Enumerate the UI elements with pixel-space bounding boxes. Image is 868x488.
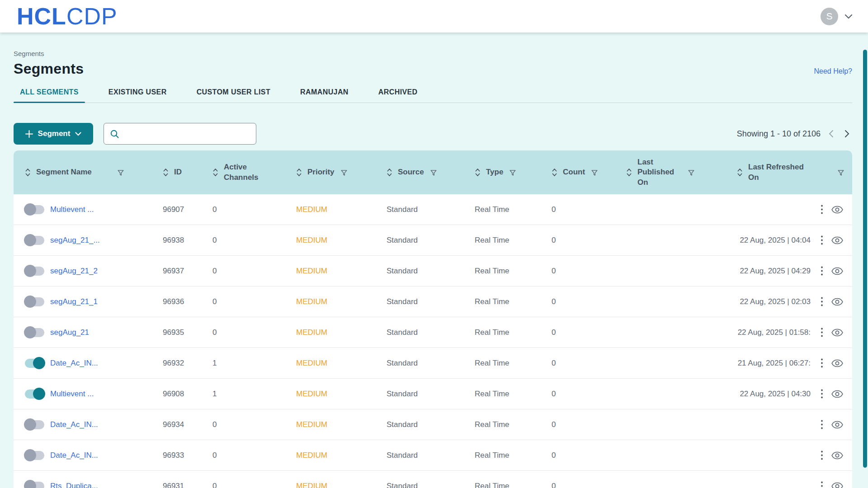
sort-icon[interactable]	[552, 167, 557, 178]
count: 0	[545, 286, 619, 317]
tab-all-segments[interactable]: ALL SEGMENTS	[14, 88, 85, 103]
toolbar: Segment Showing 1 - 10 of 2106	[14, 123, 852, 145]
segment-toggle[interactable]	[25, 359, 44, 368]
tab-bar: ALL SEGMENTSEXISTING USERCUSTOM USER LIS…	[14, 88, 852, 103]
table-row: Multievent ...969070MEDIUMStandardReal T…	[14, 194, 852, 225]
kebab-menu-icon[interactable]	[821, 450, 823, 460]
priority: MEDIUM	[289, 256, 380, 286]
breadcrumb[interactable]: Segments	[14, 50, 852, 57]
table-header-row: Segment NameIDActive ChannelsPrioritySou…	[14, 150, 852, 194]
row-actions	[811, 440, 852, 470]
type: Real Time	[468, 225, 545, 255]
search-input[interactable]	[123, 123, 250, 144]
segment-toggle[interactable]	[25, 482, 44, 488]
filter-icon[interactable]	[590, 169, 599, 177]
segment-toggle[interactable]	[25, 389, 44, 399]
view-icon[interactable]	[831, 206, 843, 214]
count: 0	[545, 194, 619, 225]
kebab-menu-icon[interactable]	[821, 204, 823, 215]
view-icon[interactable]	[831, 236, 843, 244]
segment-toggle[interactable]	[25, 267, 44, 276]
segment-name-link[interactable]: segAug_21	[50, 328, 89, 337]
app-logo[interactable]: HCLCDP	[17, 5, 118, 28]
view-icon[interactable]	[831, 267, 843, 275]
filter-icon[interactable]	[429, 169, 438, 177]
sort-icon[interactable]	[626, 167, 632, 178]
column-header-channels: Active Channels	[206, 162, 289, 182]
segment-toggle[interactable]	[25, 236, 44, 245]
kebab-menu-icon[interactable]	[821, 481, 823, 488]
logo-secondary: CDP	[66, 3, 118, 29]
view-icon[interactable]	[831, 359, 843, 367]
sort-icon[interactable]	[296, 167, 302, 178]
kebab-menu-icon[interactable]	[821, 235, 823, 245]
type: Real Time	[468, 348, 545, 378]
row-actions	[811, 286, 852, 317]
filter-icon[interactable]	[117, 169, 125, 177]
segment-name-link[interactable]: Date_Ac_IN...	[50, 359, 98, 368]
priority: MEDIUM	[289, 317, 380, 347]
need-help-link[interactable]: Need Help?	[814, 67, 853, 77]
chevron-left-icon	[829, 130, 834, 138]
active-channels: 1	[206, 348, 289, 378]
kebab-menu-icon[interactable]	[821, 389, 823, 399]
segment-toggle[interactable]	[25, 328, 44, 337]
scrollbar[interactable]	[863, 50, 867, 468]
segment-name-link[interactable]: Multievent ...	[50, 389, 94, 399]
view-icon[interactable]	[831, 390, 843, 398]
filter-icon[interactable]	[340, 169, 348, 177]
avatar[interactable]: S	[821, 8, 838, 25]
kebab-menu-icon[interactable]	[821, 266, 823, 276]
last-refreshed-on	[730, 194, 811, 225]
sort-icon[interactable]	[737, 167, 743, 178]
column-label-name: Segment Name	[36, 167, 92, 177]
segment-name-link[interactable]: segAug_21_2	[50, 267, 98, 276]
view-icon[interactable]	[831, 451, 843, 460]
sort-icon[interactable]	[475, 167, 481, 178]
toggle-knob	[24, 480, 36, 488]
column-label-published: Last Published On	[637, 157, 682, 187]
next-page-button[interactable]	[842, 129, 852, 139]
chevron-down-icon[interactable]	[844, 14, 853, 19]
column-header-priority: Priority	[289, 167, 380, 178]
view-icon[interactable]	[831, 421, 843, 429]
sort-icon[interactable]	[25, 167, 31, 178]
tab-existing-user[interactable]: EXISTING USER	[102, 88, 173, 103]
column-label-id: ID	[174, 167, 182, 177]
user-menu[interactable]: S	[821, 8, 853, 25]
kebab-menu-icon[interactable]	[821, 419, 823, 430]
segment-name-cell: Date_Ac_IN...	[14, 440, 156, 470]
view-icon[interactable]	[831, 298, 843, 306]
segment-name-link[interactable]: segAug_21_...	[50, 236, 100, 245]
type: Real Time	[468, 286, 545, 317]
segment-toggle[interactable]	[25, 420, 44, 429]
tab-archived[interactable]: ARCHIVED	[372, 88, 424, 103]
kebab-menu-icon[interactable]	[821, 327, 823, 338]
segment-toggle[interactable]	[25, 205, 44, 214]
segment-name-link[interactable]: Multievent ...	[50, 205, 94, 214]
sort-icon[interactable]	[212, 167, 218, 178]
kebab-menu-icon[interactable]	[821, 358, 823, 368]
filter-icon[interactable]	[509, 169, 517, 177]
segment-name-link[interactable]: segAug_21_1	[50, 297, 98, 306]
tab-custom-user-list[interactable]: CUSTOM USER LIST	[190, 88, 277, 103]
filter-icon[interactable]	[837, 169, 845, 177]
segment-toggle[interactable]	[25, 451, 44, 460]
prev-page-button[interactable]	[826, 129, 836, 139]
sort-icon[interactable]	[163, 167, 169, 178]
view-icon[interactable]	[831, 328, 843, 337]
kebab-menu-icon[interactable]	[821, 296, 823, 307]
table-row: Rts_Duplica...969310MEDIUMStandardReal T…	[14, 471, 852, 488]
view-icon[interactable]	[831, 482, 843, 488]
segment-name-link[interactable]: Date_Ac_IN...	[50, 420, 98, 429]
segment-toggle[interactable]	[25, 297, 44, 306]
segment-name-link[interactable]: Date_Ac_IN...	[50, 451, 98, 460]
sort-icon[interactable]	[387, 167, 392, 178]
add-segment-button[interactable]: Segment	[14, 123, 93, 145]
table-row: segAug_21_2969370MEDIUMStandardReal Time…	[14, 256, 852, 286]
segment-name-link[interactable]: Rts_Duplica...	[50, 482, 98, 488]
filter-icon[interactable]	[687, 169, 695, 177]
tab-ramanujan[interactable]: RAMANUJAN	[294, 88, 355, 103]
table-row: segAug_21969350MEDIUMStandardReal Time02…	[14, 317, 852, 348]
last-published-on	[619, 317, 730, 347]
